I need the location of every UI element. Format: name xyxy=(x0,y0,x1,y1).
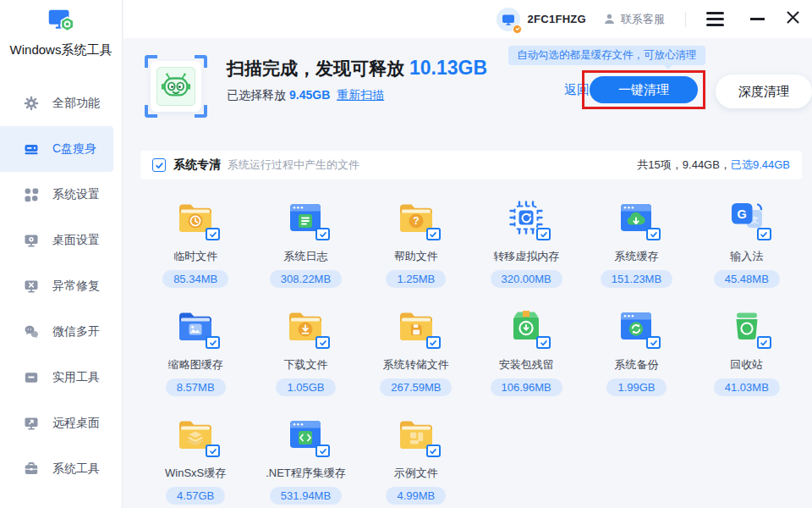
user-avatar xyxy=(497,8,520,31)
item-label: 系统日志 xyxy=(283,249,327,264)
cleanup-item[interactable]: 示例文件 4.99MB xyxy=(361,407,471,508)
sample-files-icon xyxy=(396,414,436,455)
item-checkbox[interactable] xyxy=(426,444,441,457)
item-label: 输入法 xyxy=(730,249,763,264)
sidebar-item-label: 微信多开 xyxy=(52,324,100,340)
item-label: 转移虚拟内存 xyxy=(493,249,559,264)
item-checkbox[interactable] xyxy=(536,228,551,240)
section-count: 共15项，9.44GB， xyxy=(637,158,731,171)
sidebar-item-desktop-settings[interactable]: 桌面设置 xyxy=(0,218,122,263)
sidebar-item-c-drive-slim[interactable]: C盘瘦身 xyxy=(0,126,113,172)
item-checkbox[interactable] xyxy=(315,336,330,349)
sidebar-item-error-repair[interactable]: 异常修复 xyxy=(0,263,122,309)
item-size-badge: 320.00MB xyxy=(491,270,562,288)
svg-text:?: ? xyxy=(413,215,419,227)
app-name: Windows系统工具 xyxy=(0,42,122,58)
cleanup-item[interactable]: WinSxS缓存 4.57GB xyxy=(140,407,250,508)
chat-bubbles-icon xyxy=(24,324,39,340)
cleanup-item[interactable]: 缩略图缓存 8.57MB xyxy=(140,299,250,407)
cleanup-item[interactable]: 安装包残留 106.96MB xyxy=(471,299,581,407)
rescan-link[interactable]: 重新扫描 xyxy=(337,88,384,102)
item-size-badge: 1.25MB xyxy=(386,270,446,288)
thumbnail-cache-icon xyxy=(175,306,216,346)
item-size-badge: 151.23MB xyxy=(601,270,672,288)
user-id: 2FC1FHZG xyxy=(527,13,586,25)
sidebar-item-system-settings[interactable]: 系统设置 xyxy=(0,172,122,218)
item-checkbox[interactable] xyxy=(646,228,661,240)
sidebar-item-utilities[interactable]: 实用工具 xyxy=(0,355,122,400)
item-label: 系统转储文件 xyxy=(383,357,449,373)
one-click-clean-button[interactable]: 一键清理 xyxy=(590,76,698,103)
system-backup-icon xyxy=(616,306,656,346)
grid-dots-icon xyxy=(24,187,39,202)
cleanup-item[interactable]: 转移虚拟内存 320.00MB xyxy=(471,190,581,299)
cleanup-items-grid: 临时文件 85.34MB 系统日志 308.22MB ? 帮助文件 1.2 xyxy=(140,190,802,508)
main-menu-button[interactable] xyxy=(705,8,726,30)
item-checkbox[interactable] xyxy=(206,444,220,457)
cleanup-item[interactable]: ? 帮助文件 1.25MB xyxy=(361,190,471,299)
system-dump-icon xyxy=(396,306,436,346)
deep-clean-button[interactable]: 深度清理 xyxy=(716,75,812,108)
scan-result-title: 扫描完成，发现可释放10.13GB xyxy=(227,57,487,80)
user-account[interactable]: 2FC1FHZG xyxy=(497,8,586,31)
sidebar-item-wechat-multi[interactable]: 微信多开 xyxy=(0,309,122,355)
sidebar-item-label: C盘瘦身 xyxy=(52,141,96,157)
sidebar-item-label: 远程桌面 xyxy=(52,416,100,431)
cleanup-item[interactable]: .NET程序集缓存 531.94MB xyxy=(250,407,360,508)
contact-support-button[interactable]: 联系客服 xyxy=(603,12,665,27)
close-icon xyxy=(786,10,800,25)
sidebar-item-all-functions[interactable]: 全部功能 xyxy=(0,80,122,126)
selected-size-text: 已选择释放 xyxy=(227,88,286,102)
item-checkbox[interactable] xyxy=(757,336,771,349)
item-size-badge: 1.99GB xyxy=(606,378,666,396)
item-size-badge: 8.57MB xyxy=(166,378,226,396)
item-checkbox[interactable] xyxy=(206,228,220,240)
item-size-badge: 106.96MB xyxy=(491,378,562,396)
item-checkbox[interactable] xyxy=(646,336,661,349)
cleanup-item[interactable]: 临时文件 85.34MB xyxy=(140,190,250,299)
main-content: 扫描完成，发现可释放10.13GB 已选择释放9.45GB重新扫描 自动勾选的都… xyxy=(123,38,812,508)
section-selected-size[interactable]: 已选9.44GB xyxy=(731,158,790,171)
system-log-icon xyxy=(285,197,326,238)
cleanup-item[interactable]: 系统转储文件 267.59MB xyxy=(361,299,471,407)
hard-drive-icon xyxy=(24,141,39,157)
cleanup-item[interactable]: 文G 输入法 45.48MB xyxy=(692,190,802,299)
minimize-button[interactable] xyxy=(749,13,766,25)
section-summary: 共15项，9.44GB，已选9.44GB xyxy=(637,157,790,173)
section-checkbox[interactable] xyxy=(152,158,166,172)
sidebar-item-remote-desktop[interactable]: 远程桌面 xyxy=(0,400,122,446)
sidebar-item-system-tools[interactable]: 系统工具 xyxy=(0,446,122,492)
item-checkbox[interactable] xyxy=(426,336,441,349)
item-checkbox[interactable] xyxy=(206,336,220,349)
sidebar: Windows系统工具 全部功能 C盘瘦身 系统设置 桌面设置 异常修复 xyxy=(0,0,123,508)
cleanup-item[interactable]: 回收站 41.03MB xyxy=(692,299,802,407)
app-logo-icon xyxy=(45,5,77,37)
titlebar-divider xyxy=(685,12,686,27)
item-checkbox[interactable] xyxy=(536,336,551,349)
scan-robot-icon xyxy=(145,55,207,118)
cleanup-tooltip: 自动勾选的都是缓存文件，可放心清理 xyxy=(508,46,705,65)
item-size-badge: 85.34MB xyxy=(162,270,228,288)
scan-result-header: 扫描完成，发现可释放10.13GB 已选择释放9.45GB重新扫描 自动勾选的都… xyxy=(123,38,812,151)
item-checkbox[interactable] xyxy=(315,228,330,240)
item-label: 临时文件 xyxy=(173,249,217,264)
item-label: 回收站 xyxy=(730,357,763,373)
item-checkbox[interactable] xyxy=(757,228,771,240)
sidebar-item-label: 全部功能 xyxy=(52,96,100,111)
system-cache-icon xyxy=(616,197,656,238)
item-size-badge: 4.57GB xyxy=(166,487,225,505)
utility-box-icon xyxy=(24,370,39,385)
annotation-red-box: 一键清理 xyxy=(582,70,705,109)
item-label: 安装包残留 xyxy=(499,357,554,373)
cleanup-item[interactable]: 系统备份 1.99GB xyxy=(581,299,691,407)
help-files-icon: ? xyxy=(396,197,436,238)
item-checkbox[interactable] xyxy=(426,228,441,240)
monitor-arrow-icon xyxy=(24,416,39,431)
item-checkbox[interactable] xyxy=(315,444,330,457)
cleanup-item[interactable]: 系统日志 308.22MB xyxy=(250,190,360,299)
close-button[interactable] xyxy=(786,10,800,28)
cleanup-item[interactable]: 系统缓存 151.23MB xyxy=(581,190,691,299)
cleanup-item[interactable]: 下载文件 1.05GB xyxy=(250,299,360,407)
item-label: 系统缓存 xyxy=(614,249,658,264)
monitor-gear-icon xyxy=(24,233,39,248)
